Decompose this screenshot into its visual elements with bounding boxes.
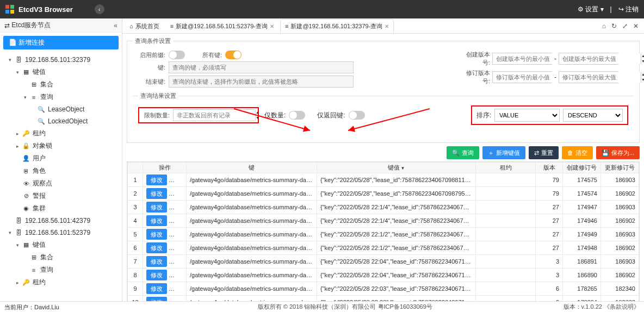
sidebar-toggle-button[interactable]: ‹ [95,4,104,14]
obj-icon: 🔒 [22,142,30,149]
list-icon: ≡ [29,267,38,273]
col-lease[interactable]: 租约 [476,163,536,173]
delete-button[interactable]: 删除 [169,174,186,185]
limit-input[interactable] [174,110,255,121]
table-row[interactable]: 10 修改 删除 /gateway4go/database/metrics-su… [128,296,639,302]
tree-item[interactable]: ▸🔒对象锁 [0,140,122,152]
footer: 版权所有 © 2018 锦翰科技（深圳）有限公司 粤ICP备16033069号 … [122,301,644,312]
mod-version-max-input[interactable] [559,72,641,83]
sidebar-collapse-icon[interactable]: « [114,22,117,29]
logout-link[interactable]: ↪ 注销 [618,5,639,14]
node-swap-icon[interactable]: ⇄ [4,22,10,29]
list-icon: ≡ [29,94,38,101]
reset-button[interactable]: ⇄ 重置 [529,146,559,159]
close-tab-icon[interactable]: ✕ [270,23,274,29]
saveas-button[interactable]: 💾 保存为... [596,146,640,159]
new-connection-button[interactable]: 📄 新增连接 [3,36,119,49]
key-input[interactable] [169,61,354,73]
tree-item[interactable]: ▾🗄192.168.56.101:32379 [0,54,122,66]
table-row[interactable]: 1 修改 删除 /gateway4go/database/metrics-sum… [128,173,639,187]
tree-item[interactable]: ▾▦键值 [0,239,122,251]
col-create-rev[interactable]: 创建修订号 [563,163,601,173]
edit-button[interactable]: 修改 [146,188,167,199]
key-icon: 🔑 [22,130,30,137]
col-op[interactable]: 操作 [143,163,187,173]
tab-expand-icon[interactable]: ⤢ [622,22,628,30]
query-button[interactable]: 🔍 查询 [447,146,479,159]
tree-item[interactable]: 🔍LockedObject [0,115,122,127]
tree-item[interactable]: ≡查询 [0,264,122,276]
limit-label: 限制数量: [143,111,170,120]
allkeys-toggle[interactable] [225,51,242,59]
tree-item[interactable]: 👁观察点 [0,177,122,190]
table-row[interactable]: 5 修改 删除 /gateway4go/database/metrics-sum… [128,228,639,241]
tab-close-all-icon[interactable]: ✕ [633,22,639,30]
prefix-toggle[interactable] [169,51,185,59]
tree-item[interactable]: ⊞集合 [0,78,122,91]
col-key[interactable]: 键 [187,163,317,173]
table-row[interactable]: 9 修改 删除 /gateway4go/database/metrics-sum… [128,282,639,296]
legend-result: 查询结果设置 [138,92,178,100]
table-row[interactable]: 6 修改 删除 /gateway4go/database/metrics-sum… [128,241,639,255]
edit-button[interactable]: 修改 [146,297,167,301]
connection-tree: ▾🗄192.168.56.101:32379▾▦键值⊞集合▾≡查询🔍LeaseO… [0,53,122,301]
tree-item[interactable]: 🔍LeaseObject [0,103,122,115]
edit-button[interactable]: 修改 [146,256,167,267]
add-kv-button[interactable]: ＋ 新增键值 [482,146,525,159]
tree-item[interactable]: 👤用户 [0,152,122,165]
sort-field-select[interactable]: VALUE [494,109,560,122]
tab[interactable]: ≡ 新建@192.168.56.101:32379-查询 ✕ [280,19,394,33]
table-row[interactable]: 7 修改 删除 /gateway4go/database/metrics-sum… [128,255,639,269]
tab-refresh-icon[interactable]: ↻ [611,22,617,30]
keysonly-toggle[interactable] [349,111,365,120]
tree-item[interactable]: ▾≡查询 [0,91,122,103]
clear-button[interactable]: 🗑 清空 [562,146,593,159]
edit-button[interactable]: 修改 [146,229,167,240]
endkey-input[interactable] [169,76,354,88]
tree-item[interactable]: ▾▦键值 [0,66,122,78]
clu-icon: ◉ [22,205,30,212]
tab-home-icon[interactable]: ⌂ [602,22,606,30]
col-version[interactable]: 版本 [536,163,563,173]
close-tab-icon[interactable]: ✕ [385,23,389,29]
delete-button[interactable]: 删除 [169,270,186,280]
table-row[interactable]: 2 修改 删除 /gateway4go/database/metrics-sum… [128,187,639,201]
edit-button[interactable]: 修改 [146,174,167,185]
table-row[interactable]: 8 修改 删除 /gateway4go/database/metrics-sum… [128,269,639,282]
edit-button[interactable]: 修改 [146,202,167,213]
tree-item[interactable]: ▸🔑租约 [0,127,122,140]
countonly-toggle[interactable] [289,111,305,120]
table-row[interactable]: 4 修改 删除 /gateway4go/database/metrics-sum… [128,214,639,228]
delete-button[interactable]: 删除 [169,215,186,226]
edit-button[interactable]: 修改 [146,215,167,226]
col-mod-rev[interactable]: 更新修订号 [601,163,639,173]
settings-link[interactable]: ⚙ 设置 ▾ [578,5,604,14]
keysonly-label: 仅返回键: [317,111,345,120]
tree-item[interactable]: ⊞集合 [0,251,122,264]
delete-button[interactable]: 删除 [169,188,186,199]
edit-button[interactable]: 修改 [146,270,167,280]
col-value[interactable]: 键值▼ [317,163,476,173]
sidebar: ⇄ Etcd服务节点 « 📄 新增连接 ▾🗄192.168.56.101:323… [0,18,122,301]
tree-item[interactable]: ◉集群 [0,202,122,215]
delete-button[interactable]: 删除 [169,242,186,253]
edit-button[interactable]: 修改 [146,242,167,253]
create-version-max-input[interactable] [559,53,641,64]
tree-item[interactable]: ▸🔑租约 [0,276,122,289]
delete-button[interactable]: 删除 [169,283,186,294]
tree-item[interactable]: ⊘警报 [0,190,122,202]
tree-item[interactable]: 🗄192.168.56.101:42379 [0,215,122,227]
tree-item[interactable]: ▾🗄192.168.56.101:52379 [0,227,122,239]
tab[interactable]: ⌂ 系统首页 [125,19,164,33]
tree-item[interactable]: ⛨角色 [0,165,122,177]
tab[interactable]: ≡ 新建@192.168.56.101:52379-查询 ✕ [165,19,279,33]
delete-button[interactable]: 删除 [169,202,186,213]
edit-button[interactable]: 修改 [146,283,167,294]
delete-button[interactable]: 删除 [169,297,186,301]
table-row[interactable]: 3 修改 删除 /gateway4go/database/metrics-sum… [128,201,639,214]
sort-direction-select[interactable]: DESCEND [563,109,623,122]
col-index[interactable] [128,163,143,173]
delete-button[interactable]: 删除 [169,256,186,267]
delete-button[interactable]: 删除 [169,229,186,240]
usr-icon: 👤 [22,155,30,162]
